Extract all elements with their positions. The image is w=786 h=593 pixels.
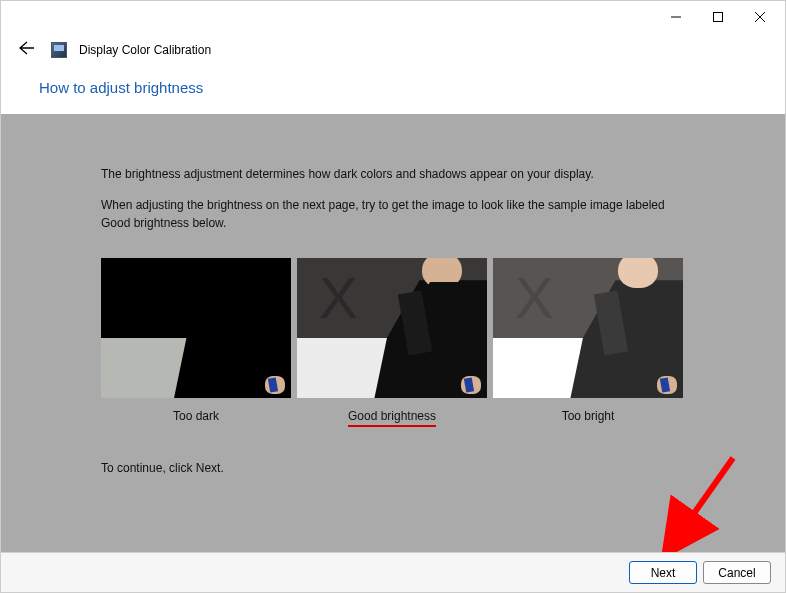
description-2: When adjusting the brightness on the nex… [101, 197, 685, 232]
maximize-button[interactable] [697, 3, 739, 31]
minimize-button[interactable] [655, 3, 697, 31]
header: Display Color Calibration [1, 33, 785, 75]
cancel-button[interactable]: Cancel [703, 561, 771, 584]
svg-rect-1 [714, 13, 723, 22]
sample-image-too-bright: X [493, 258, 683, 398]
next-button[interactable]: Next [629, 561, 697, 584]
sample-label-too-bright: Too bright [562, 408, 615, 424]
back-button[interactable] [15, 39, 39, 61]
sample-image-too-dark [101, 258, 291, 398]
back-arrow-icon [19, 41, 35, 55]
titlebar [1, 1, 785, 33]
page-heading: How to adjust brightness [1, 75, 785, 114]
maximize-icon [712, 11, 724, 23]
description-1: The brightness adjustment determines how… [101, 166, 685, 183]
sample-too-dark: Too dark [101, 258, 291, 427]
app-icon [51, 42, 67, 58]
close-button[interactable] [739, 3, 781, 31]
sample-label-good: Good brightness [348, 408, 436, 427]
minimize-icon [670, 11, 682, 23]
sample-too-bright: X Too bright [493, 258, 683, 427]
sample-image-good: X [297, 258, 487, 398]
continue-text: To continue, click Next. [101, 461, 685, 475]
content-area: The brightness adjustment determines how… [1, 114, 785, 552]
sample-good: X Good brightness [297, 258, 487, 427]
sample-label-too-dark: Too dark [173, 408, 219, 424]
footer: Next Cancel [1, 552, 785, 592]
close-icon [754, 11, 766, 23]
window-title: Display Color Calibration [79, 43, 211, 57]
sample-images-row: Too dark X Good brightness X Too bright [101, 258, 685, 427]
